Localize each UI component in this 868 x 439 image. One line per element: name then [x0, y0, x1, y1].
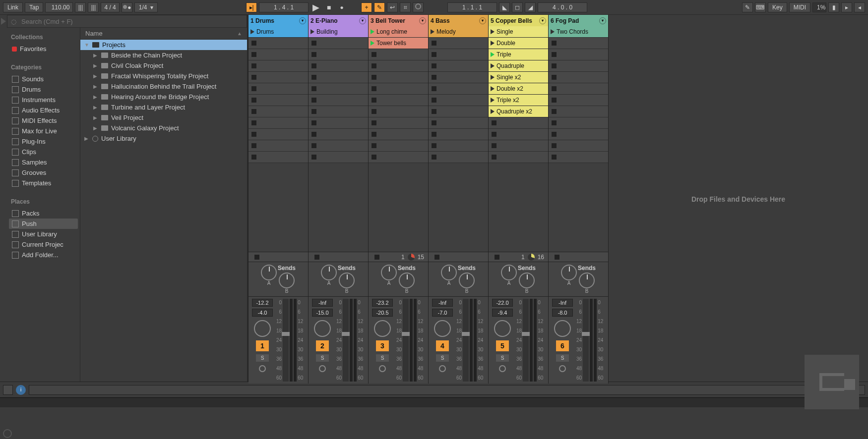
slot-stop-button[interactable] — [251, 109, 256, 114]
empty-clip-slot[interactable] — [549, 60, 608, 72]
place-user-library[interactable]: User Library — [9, 229, 78, 239]
empty-clip-slot[interactable] — [309, 72, 368, 83]
slot-stop-button[interactable] — [311, 132, 316, 137]
clip-play-button[interactable] — [491, 41, 495, 46]
slot-stop-button[interactable] — [432, 109, 436, 114]
track-stop-button[interactable] — [314, 255, 319, 260]
place-add-folder-[interactable]: Add Folder... — [9, 250, 78, 260]
track-activator-button[interactable]: 6 — [556, 340, 569, 351]
track-stop-button[interactable] — [555, 255, 559, 260]
slot-stop-button[interactable] — [552, 86, 557, 91]
send-a-knob[interactable] — [501, 265, 517, 280]
volume-value[interactable]: -7.0 — [432, 309, 453, 317]
empty-clip-slot[interactable] — [369, 49, 428, 60]
arm-button[interactable] — [439, 365, 446, 372]
empty-clip-slot[interactable] — [248, 95, 308, 106]
send-a-knob[interactable] — [381, 265, 397, 280]
clip[interactable]: Single x2 — [489, 72, 548, 83]
category-instruments[interactable]: Instruments — [9, 95, 78, 105]
clip[interactable]: Quadruple — [489, 60, 548, 72]
empty-clip-slot[interactable] — [549, 49, 608, 60]
track-stop-button[interactable] — [374, 255, 379, 260]
slot-stop-button[interactable] — [492, 155, 496, 160]
slot-stop-button[interactable] — [251, 98, 256, 103]
clip[interactable]: Melody — [429, 26, 488, 38]
send-a-knob[interactable] — [321, 265, 337, 280]
slot-stop-button[interactable] — [432, 155, 436, 160]
clip-play-button[interactable] — [491, 109, 495, 114]
pan-knob[interactable] — [374, 320, 391, 337]
solo-button[interactable]: S — [436, 354, 449, 362]
slot-stop-button[interactable] — [492, 143, 496, 148]
slot-stop-button[interactable] — [432, 143, 436, 148]
clip-play-button[interactable] — [491, 86, 495, 91]
pan-knob[interactable] — [254, 320, 271, 337]
slot-stop-button[interactable] — [251, 63, 256, 68]
view-toggle-icon[interactable] — [3, 429, 12, 438]
arm-button[interactable] — [499, 365, 506, 372]
clip[interactable]: Quadruple x2 — [489, 106, 548, 117]
play-button[interactable]: ▶ — [310, 2, 321, 12]
slot-stop-button[interactable] — [311, 75, 316, 80]
arm-button[interactable] — [379, 365, 386, 372]
reenable-automation-button[interactable]: ↩ — [387, 2, 398, 12]
empty-clip-slot[interactable] — [309, 140, 368, 152]
empty-clip-slot[interactable] — [549, 83, 608, 95]
project-folder[interactable]: ▶Volcanic Galaxy Project — [80, 123, 247, 133]
track-header[interactable]: 5 Copper Bells▾ — [489, 15, 549, 26]
track-activator-button[interactable]: 2 — [316, 340, 329, 351]
empty-clip-slot[interactable] — [369, 129, 428, 140]
slot-stop-button[interactable] — [492, 132, 496, 137]
slot-stop-button[interactable] — [552, 41, 557, 46]
slot-stop-button[interactable] — [251, 86, 256, 91]
link-button[interactable]: Link — [3, 2, 23, 12]
slot-stop-button[interactable] — [251, 75, 256, 80]
slot-stop-button[interactable] — [311, 155, 316, 160]
clip[interactable]: Building — [309, 26, 368, 38]
clip-play-button[interactable] — [491, 75, 495, 80]
slot-stop-button[interactable] — [372, 155, 376, 160]
slot-stop-button[interactable] — [311, 41, 316, 46]
category-samples[interactable]: Samples — [9, 157, 78, 167]
empty-clip-slot[interactable] — [549, 117, 608, 129]
volume-fader[interactable] — [403, 299, 409, 382]
track-menu-button[interactable]: ▾ — [299, 17, 306, 24]
volume-fader[interactable] — [583, 299, 589, 382]
clip-play-button[interactable] — [491, 98, 495, 103]
slot-stop-button[interactable] — [552, 109, 557, 114]
empty-clip-slot[interactable] — [429, 95, 488, 106]
pan-knob[interactable] — [494, 320, 511, 337]
empty-clip-slot[interactable] — [549, 140, 608, 152]
track-header[interactable]: 1 Drums▾ — [248, 15, 309, 26]
solo-button[interactable]: S — [316, 354, 329, 362]
send-a-knob[interactable] — [441, 265, 457, 280]
search-input[interactable] — [19, 18, 247, 25]
sort-icon[interactable]: ▲ — [237, 31, 242, 36]
empty-clip-slot[interactable] — [248, 49, 308, 60]
volume-fader[interactable] — [523, 299, 529, 382]
track-menu-button[interactable]: ▾ — [599, 17, 606, 24]
pan-knob[interactable] — [314, 320, 331, 337]
automation-arm-button[interactable]: ✎ — [374, 2, 385, 12]
empty-clip-slot[interactable] — [309, 49, 368, 60]
track-menu-button[interactable]: ▾ — [419, 17, 426, 24]
track-menu-button[interactable]: ▾ — [539, 17, 546, 24]
slot-stop-button[interactable] — [552, 143, 557, 148]
clip-play-button[interactable] — [491, 29, 495, 34]
project-folder[interactable]: ▶Civil Cloak Project — [80, 60, 247, 71]
drop-area[interactable]: Drop Files and Devices Here — [609, 15, 868, 384]
category-templates[interactable]: Templates — [9, 178, 78, 188]
slot-stop-button[interactable] — [552, 63, 557, 68]
slot-stop-button[interactable] — [432, 63, 436, 68]
empty-clip-slot[interactable] — [429, 106, 488, 117]
clip[interactable]: Triple — [489, 49, 548, 60]
empty-clip-slot[interactable] — [489, 140, 548, 152]
slot-stop-button[interactable] — [552, 75, 557, 80]
empty-clip-slot[interactable] — [549, 129, 608, 140]
show-hide-browser-button[interactable] — [3, 385, 13, 395]
detail-view-handle[interactable] — [0, 397, 868, 407]
clip[interactable]: Two Chords — [549, 26, 608, 38]
category-audio-effects[interactable]: Audio Effects — [9, 105, 78, 115]
empty-clip-slot[interactable] — [248, 129, 308, 140]
volume-fader[interactable] — [463, 299, 469, 382]
